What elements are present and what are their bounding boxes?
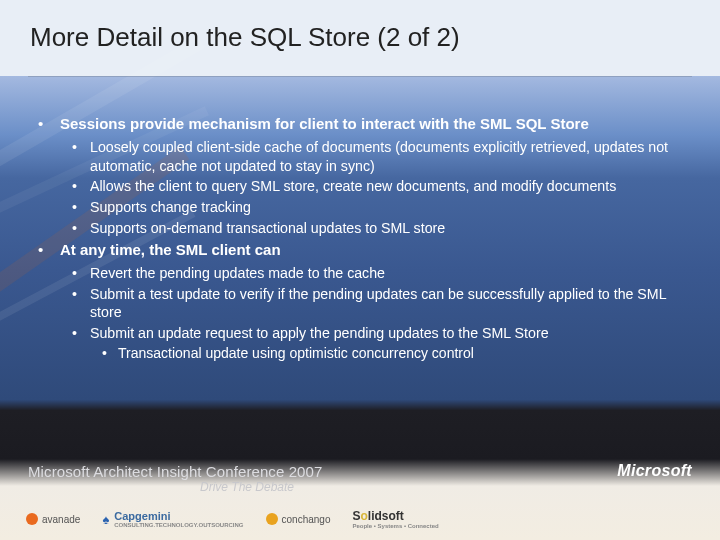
- sponsor-conchango: conchango: [266, 513, 331, 525]
- title-underline: [28, 76, 692, 77]
- bullet: Supports on-demand transactional updates…: [60, 219, 692, 238]
- bullet: Submit an update request to apply the pe…: [60, 324, 692, 362]
- sub-bullet: Transactional update using optimistic co…: [90, 344, 692, 363]
- sponsor-label-part: o: [360, 509, 367, 523]
- bullet: Loosely coupled client-side cache of doc…: [60, 138, 692, 176]
- sponsor-label: avanade: [42, 514, 80, 525]
- topic-2-headline: At any time, the SML client can: [60, 241, 281, 258]
- slide-body: Sessions provide mechanism for client to…: [36, 114, 692, 365]
- topic-1: Sessions provide mechanism for client to…: [36, 114, 692, 238]
- footer-tagline: Drive The Debate: [200, 480, 294, 494]
- topic-1-headline: Sessions provide mechanism for client to…: [60, 115, 589, 132]
- slide: More Detail on the SQL Store (2 of 2) Se…: [0, 0, 720, 540]
- sponsor-subtitle: CONSULTING.TECHNOLOGY.OUTSOURCING: [114, 522, 243, 528]
- sponsor-label: Capgemini: [114, 510, 170, 522]
- capgemini-icon: ♠: [102, 512, 109, 527]
- footer-bar: Microsoft Architect Insight Conference 2…: [0, 450, 720, 492]
- bullet: Submit a test update to verify if the pe…: [60, 285, 692, 323]
- sponsor-label-part: lidsoft: [368, 509, 404, 523]
- topic-2: At any time, the SML client can Revert t…: [36, 240, 692, 363]
- bullet: Allows the client to query SML store, cr…: [60, 177, 692, 196]
- bullet-text: Submit an update request to apply the pe…: [90, 325, 549, 341]
- bullet: Supports change tracking: [60, 198, 692, 217]
- sponsor-avanade: avanade: [26, 513, 80, 525]
- bullet: Revert the pending updates made to the c…: [60, 264, 692, 283]
- conference-name: Microsoft Architect Insight Conference 2…: [28, 463, 322, 480]
- sponsor-capgemini: ♠ Capgemini CONSULTING.TECHNOLOGY.OUTSOU…: [102, 510, 243, 528]
- sponsor-strip: avanade ♠ Capgemini CONSULTING.TECHNOLOG…: [26, 504, 439, 534]
- conchango-icon: [266, 513, 278, 525]
- avanade-icon: [26, 513, 38, 525]
- sponsor-solidsoft: Solidsoft People • Systems • Connected: [352, 509, 438, 529]
- sponsor-label: conchango: [282, 514, 331, 525]
- slide-title: More Detail on the SQL Store (2 of 2): [30, 22, 690, 53]
- microsoft-logo: Microsoft: [617, 462, 692, 480]
- sponsor-subtitle: People • Systems • Connected: [352, 523, 438, 529]
